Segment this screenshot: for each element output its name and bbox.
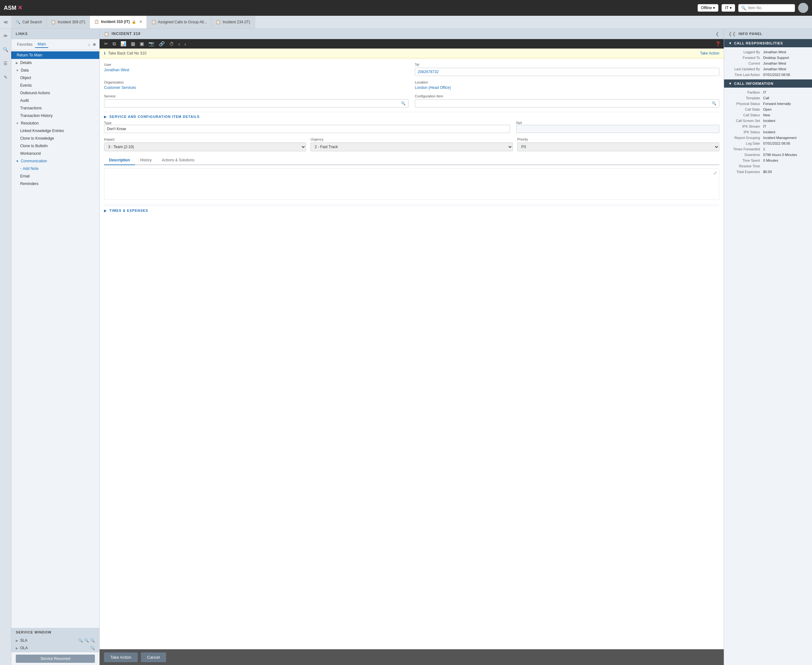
status-button[interactable]: Offline ▾ (697, 4, 719, 11)
user-value-link[interactable]: Jonathan West (104, 68, 409, 72)
nav-item-reminders[interactable]: Reminders (11, 180, 99, 188)
tab-description[interactable]: Description (104, 156, 135, 165)
tab-incident-310-close[interactable]: ✕ (139, 20, 142, 24)
tab-assigned-calls[interactable]: 📋 Assigned Calls to Group All... (147, 16, 211, 28)
nav-item-communication[interactable]: ▼ Communication (11, 157, 99, 165)
nav-item-events[interactable]: Events (11, 82, 99, 89)
toolbar-chart-btn[interactable]: 📊 (119, 40, 128, 47)
call-screen-set-val: Incident (763, 119, 807, 123)
sla-item[interactable]: ▶ SLA 🔍 🔍 🔍 (11, 637, 99, 644)
info-panel-header: ❮❮ INFO PANEL (724, 29, 812, 39)
service-resumed-button[interactable]: Service Resumed (16, 655, 95, 663)
sla-icon-2[interactable]: 🔍 (84, 638, 89, 643)
toolbar-next-btn[interactable]: › (183, 41, 187, 47)
toolbar-copy-btn[interactable]: ⧉ (111, 40, 117, 47)
info-row-ipk-stream: IPK Stream IT (724, 124, 812, 129)
nav-item-transaction-history[interactable]: Transaction History (11, 112, 99, 120)
ola-icon-1[interactable]: 🔍 (90, 646, 95, 650)
side-edit-icon[interactable]: ✎ (1, 73, 10, 82)
location-value-link[interactable]: London (Head Office) (415, 85, 719, 90)
nav-item-data[interactable]: ▼ Data (11, 67, 99, 74)
links-asterisk-icon[interactable]: ✱ (93, 42, 96, 47)
side-collapse-icon[interactable]: ≫ (1, 31, 10, 40)
side-search-icon[interactable]: 🔍 (1, 45, 10, 54)
nav-item-resolution[interactable]: ▼ Resolution (11, 120, 99, 127)
tab-incident-309[interactable]: 📋 Incident 309 (IT) (47, 16, 90, 28)
toolbar-grid-btn[interactable]: ▦ (129, 40, 136, 47)
tel-value-link[interactable]: 2082678732 (417, 70, 439, 74)
toolbar-help-btn[interactable]: ❓ (715, 41, 720, 46)
description-expand-icon[interactable]: ⤢ (713, 170, 717, 175)
partition-key: Partition (729, 90, 763, 94)
tabs-expand-button[interactable]: ≪ (0, 16, 11, 28)
config-item-input[interactable]: 🔍 (415, 99, 719, 108)
resolve-time-key: Resolve Time (729, 164, 763, 168)
take-action-button[interactable]: Take Action (104, 652, 138, 662)
type-input[interactable] (104, 125, 510, 133)
call-information-header[interactable]: ▼ CALL INFORMATION (724, 79, 812, 88)
partition-chevron: ▾ (730, 6, 732, 10)
nav-item-email[interactable]: Email (11, 172, 99, 180)
alert-take-action-link[interactable]: Take Action (700, 51, 719, 56)
service-config-details-section[interactable]: ▶ SERVICE AND CONFIGURATION ITEM DETAILS (104, 112, 719, 121)
info-row-call-status: Call Status New (724, 112, 812, 118)
toolbar-timer-btn[interactable]: ⏱ (168, 41, 175, 47)
toolbar-prev-btn[interactable]: ‹ (177, 41, 181, 47)
partition-button[interactable]: IT ▾ (722, 4, 735, 11)
global-search-input[interactable] (748, 6, 792, 10)
nav-item-clone-bulletin[interactable]: Clone to Bulletin (11, 142, 99, 150)
ola-item[interactable]: ▶ OLA 🔍 (11, 644, 99, 652)
side-list-icon[interactable]: ☰ (1, 59, 10, 68)
call-responsibilities-header[interactable]: ▼ CALL RESPONSIBILITIES (724, 39, 812, 47)
links-home-icon[interactable]: ⌂ (88, 42, 90, 47)
tab-call-search[interactable]: 🔍 Call Search (11, 16, 47, 28)
toolbar-camera-btn[interactable]: 📷 (147, 40, 156, 47)
tab-actions-solutions[interactable]: Actions & Solutions (157, 156, 199, 165)
org-value-link[interactable]: Customer Services (104, 85, 409, 90)
impact-select[interactable]: 3 - Team (2-10) (104, 142, 306, 151)
tel-field: Tel 2082678732 (415, 63, 719, 76)
status-label: Offline (701, 6, 712, 10)
config-item-field: Configuration Item 🔍 (415, 94, 719, 108)
nav-item-add-note[interactable]: ◦ Add Note (11, 165, 99, 172)
service-input[interactable]: 🔍 (104, 99, 409, 108)
sla-icon-1[interactable]: 🔍 (78, 638, 83, 643)
nav-item-outbound-actions[interactable]: Outbound Actions (11, 89, 99, 97)
times-forwarded-val: 1 (763, 147, 807, 151)
main-layout: ≫ 🔍 ☰ ✎ LINKS Favorites Main ⌂ ✱ Return … (0, 29, 812, 665)
type-ref-row: Type Ref (104, 121, 719, 133)
nav-item-object[interactable]: Object (11, 74, 99, 82)
nav-item-clone-knowledge[interactable]: Clone to Knowledge (11, 134, 99, 142)
nav-item-details[interactable]: ▶ Details (11, 59, 99, 67)
incident-collapse-button[interactable]: ❮ (715, 31, 719, 36)
ref-input[interactable] (516, 125, 719, 133)
tab-history[interactable]: History (135, 156, 157, 165)
links-tab-main[interactable]: Main (35, 41, 48, 48)
nav-item-workaround[interactable]: Workaround (11, 150, 99, 157)
info-panel-collapse-button[interactable]: ❮❮ (729, 31, 736, 36)
tab-incident-234[interactable]: 📋 Incident 234 (IT) (211, 16, 255, 28)
last-updated-by-val: Jonathan West (763, 67, 807, 71)
links-tab-favorites[interactable]: Favorites (15, 41, 35, 48)
tel-input[interactable]: 2082678732 (415, 68, 719, 76)
logo-x: ✕ (18, 5, 22, 11)
cancel-button[interactable]: Cancel (141, 652, 166, 662)
call-screen-set-key: Call Screen Set (729, 119, 763, 123)
template-key: Template (729, 96, 763, 100)
times-expenses-header[interactable]: ▶ TIMES & EXPENSES (104, 206, 719, 215)
section-label: SERVICE AND CONFIGURATION ITEM DETAILS (110, 115, 200, 118)
user-avatar[interactable] (798, 3, 808, 13)
nav-item-linked-knowledge[interactable]: Linked Knowledge Entries (11, 127, 99, 134)
nav-item-transactions[interactable]: Transactions (11, 104, 99, 112)
toolbar-pin-btn[interactable]: ✂ (103, 40, 110, 47)
priority-select[interactable]: P3 (517, 142, 719, 151)
tab-incident-309-label: Incident 309 (IT) (58, 20, 85, 24)
nav-item-audit[interactable]: Audit (11, 97, 99, 104)
details-label: Details (20, 61, 32, 65)
urgency-select[interactable]: 2 - Fast Track (311, 142, 512, 151)
toolbar-box-btn[interactable]: ▣ (138, 40, 145, 47)
sla-icon-3[interactable]: 🔍 (90, 638, 95, 643)
toolbar-link-btn[interactable]: 🔗 (157, 40, 166, 47)
nav-item-return-to-main[interactable]: Return To Main (11, 51, 99, 59)
tab-incident-310[interactable]: 📋 Incident 310 (IT) 🔒 ✕ (90, 16, 147, 28)
